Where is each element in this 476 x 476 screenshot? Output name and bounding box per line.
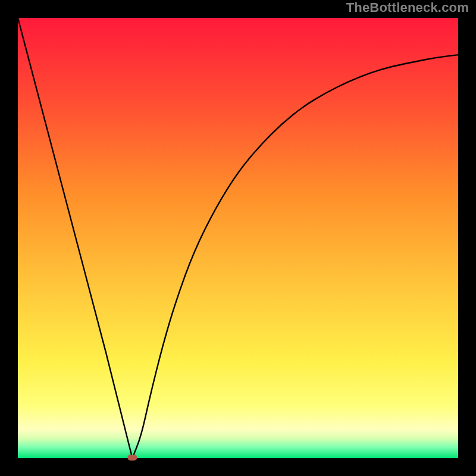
watermark-text: TheBottleneck.com [346, 0, 469, 15]
optimal-point-marker [127, 455, 137, 461]
chart-stage: TheBottleneck.com [0, 0, 476, 476]
plot-area [18, 18, 458, 458]
bottleneck-chart [0, 0, 476, 476]
